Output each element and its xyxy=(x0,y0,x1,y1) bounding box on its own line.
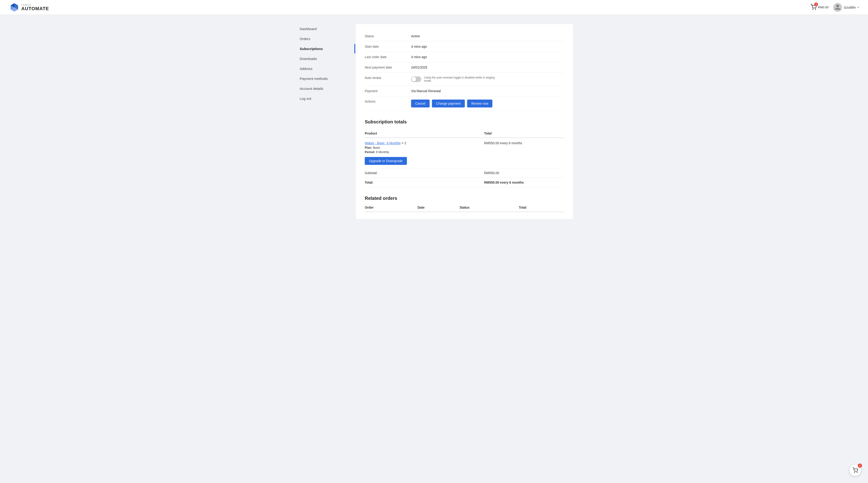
product-row: Wabot - Basic, 6 Monthly × 2 Plan: Basic… xyxy=(365,138,564,168)
username-label: izzuddin xyxy=(844,5,856,9)
toggle-note: Using the auto-renewal toggle is disable… xyxy=(424,76,503,83)
related-orders-table: Order Date Status Total xyxy=(365,203,564,212)
next-payment-date-label: Next payment date xyxy=(365,66,411,69)
product-quantity: × 2 xyxy=(402,141,406,145)
upgrade-btn-wrap: Upgrade or Downgrade xyxy=(365,154,484,165)
total-label: Total: xyxy=(365,178,484,187)
header: FAMES AUTOMATE 2 RM0.00 izzuddin xyxy=(0,0,868,15)
last-order-date-value: 4 mins ago xyxy=(411,55,564,59)
user-menu[interactable]: izzuddin ▾ xyxy=(833,3,859,12)
avatar-icon xyxy=(834,4,841,11)
logo-automate-label: AUTOMATE xyxy=(21,6,49,11)
cart-icon-wrap: 2 xyxy=(811,4,816,11)
header-right: 2 RM0.00 izzuddin ▾ xyxy=(811,3,859,12)
sidebar-item-subscriptions[interactable]: Subscriptions xyxy=(295,44,355,54)
total-col-header-related: Total xyxy=(519,203,564,212)
next-payment-date-value: 24/01/2025 xyxy=(411,66,564,69)
status-col-header: Status xyxy=(460,203,519,212)
next-payment-date-row: Next payment date 24/01/2025 xyxy=(365,62,564,73)
action-buttons: Cancel Change payment Renew now xyxy=(411,100,564,107)
actions-row: Actions Cancel Change payment Renew now xyxy=(365,96,564,111)
logo-icon xyxy=(9,2,20,12)
auto-renew-label: Auto renew xyxy=(365,76,411,79)
sidebar-item-account-details[interactable]: Account details xyxy=(295,84,355,93)
total-value: RM550.00 every 6 months xyxy=(484,178,564,187)
cart-button[interactable]: 2 RM0.00 xyxy=(811,4,829,11)
product-col-header: Product xyxy=(365,129,484,138)
sidebar-nav: Dashboard Orders Subscriptions Downloads… xyxy=(295,24,355,103)
product-period: Period: 6 Monthly xyxy=(365,150,484,154)
auto-renew-toggle[interactable] xyxy=(411,76,421,82)
renew-now-button[interactable]: Renew now xyxy=(467,100,492,107)
main-container: Dashboard Orders Subscriptions Downloads… xyxy=(295,24,573,219)
payment-value: Via Manual Renewal xyxy=(411,89,564,93)
subscription-totals-title: Subscription totals xyxy=(365,119,564,125)
svg-point-6 xyxy=(813,9,813,9)
logo-fames-label: FAMES xyxy=(21,4,49,6)
period-value: 6 Monthly xyxy=(376,150,389,154)
logo[interactable]: FAMES AUTOMATE xyxy=(9,2,49,12)
main-content: Status Active Start date 4 mins ago Last… xyxy=(355,24,573,219)
total-row: Total: RM550.00 every 6 months xyxy=(365,178,564,187)
start-date-row: Start date 4 mins ago xyxy=(365,41,564,52)
plan-value: Basic xyxy=(373,146,380,149)
payment-row: Payment Via Manual Renewal xyxy=(365,86,564,96)
sidebar-item-log-out[interactable]: Log out xyxy=(295,94,355,103)
plan-label: Plan: xyxy=(365,146,372,149)
auto-renew-row: Auto renew Using the auto-renewal toggle… xyxy=(365,73,564,86)
sidebar-item-address[interactable]: Address xyxy=(295,64,355,73)
sidebar-item-dashboard[interactable]: Dashboard xyxy=(295,24,355,34)
last-order-date-row: Last order date 4 mins ago xyxy=(365,52,564,62)
order-col-header: Order xyxy=(365,203,417,212)
total-col-header: Total xyxy=(484,129,564,138)
product-total-cell: RM550.00 every 6 months xyxy=(484,138,564,168)
cart-badge: 2 xyxy=(814,3,818,6)
last-order-date-label: Last order date xyxy=(365,55,411,59)
product-plan: Plan: Basic xyxy=(365,146,484,149)
logo-text: FAMES AUTOMATE xyxy=(21,4,49,11)
subtotal-value: RM550.00 xyxy=(484,168,564,178)
product-name-wrap: Wabot - Basic, 6 Monthly × 2 xyxy=(365,141,484,145)
sidebar-item-payment-methods[interactable]: Payment methods xyxy=(295,74,355,83)
start-date-value: 4 mins ago xyxy=(411,45,564,49)
subtotal-label: Subtotal: xyxy=(365,168,484,178)
active-indicator xyxy=(354,44,355,54)
status-label: Status xyxy=(365,34,411,38)
cancel-button[interactable]: Cancel xyxy=(411,100,430,107)
svg-point-7 xyxy=(815,9,816,9)
cart-amount: RM0.00 xyxy=(818,5,829,9)
date-col-header: Date xyxy=(417,203,460,212)
related-orders-title: Related orders xyxy=(365,196,564,201)
product-cell: Wabot - Basic, 6 Monthly × 2 Plan: Basic… xyxy=(365,138,484,168)
avatar xyxy=(833,3,842,12)
status-row: Status Active xyxy=(365,31,564,41)
sidebar-item-orders[interactable]: Orders xyxy=(295,34,355,43)
upgrade-downgrade-button[interactable]: Upgrade or Downgrade xyxy=(365,157,407,165)
product-link[interactable]: Wabot - Basic, 6 Monthly xyxy=(365,141,401,145)
period-label: Period: xyxy=(365,150,375,154)
actions-label: Actions xyxy=(365,100,411,103)
payment-label: Payment xyxy=(365,89,411,93)
toggle-knob xyxy=(411,77,416,82)
sidebar: Dashboard Orders Subscriptions Downloads… xyxy=(295,24,355,219)
status-value: Active xyxy=(411,34,564,38)
auto-renew-control: Using the auto-renewal toggle is disable… xyxy=(411,76,564,83)
sidebar-item-downloads[interactable]: Downloads xyxy=(295,54,355,63)
change-payment-button[interactable]: Change payment xyxy=(432,100,465,107)
start-date-label: Start date xyxy=(365,45,411,49)
chevron-down-icon: ▾ xyxy=(858,6,859,8)
subtotal-row: Subtotal: RM550.00 xyxy=(365,168,564,178)
totals-table: Product Total Wabot - Basic, 6 Monthly ×… xyxy=(365,129,564,187)
